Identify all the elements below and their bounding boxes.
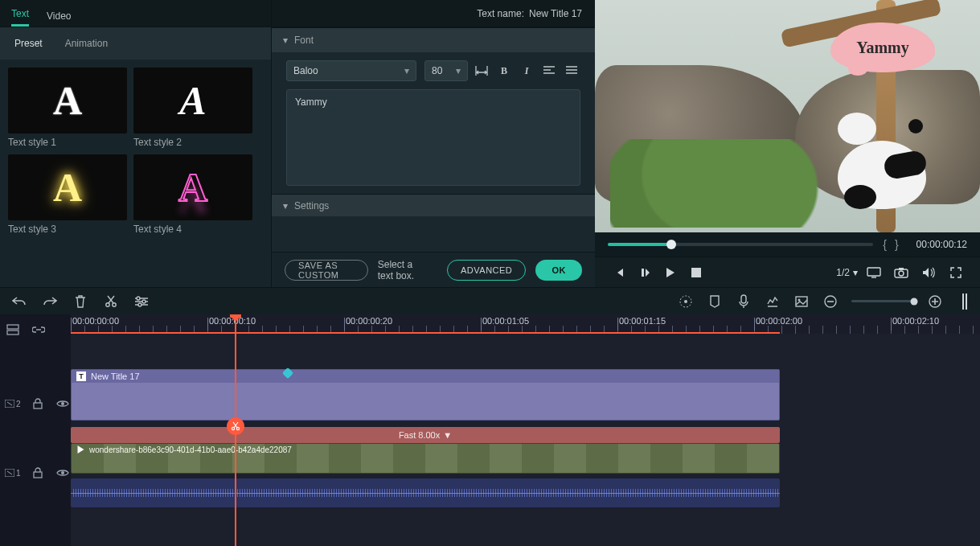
record-voiceover-icon[interactable] <box>736 294 752 310</box>
lock-track-icon[interactable] <box>31 465 46 481</box>
adjust-icon[interactable] <box>133 294 150 310</box>
manage-tracks-icon[interactable] <box>5 322 21 338</box>
settings-section-header[interactable]: ▾ Settings <box>272 194 595 216</box>
play-pause-button[interactable] <box>634 261 656 284</box>
prev-frame-button[interactable] <box>608 261 630 284</box>
crop-icon[interactable] <box>793 294 810 310</box>
tab-video[interactable]: Video <box>47 10 71 27</box>
preview-scrub-row: {} 00:00:00:12 <box>595 232 980 257</box>
title-clip[interactable]: TNew Title 17 <box>71 369 780 421</box>
subtab-preset[interactable]: Preset <box>14 38 43 49</box>
subtab-animation[interactable]: Animation <box>65 38 108 49</box>
timeline: 2 1 00:00:00:0000:00:00:1000:00:00:2000:… <box>0 314 980 546</box>
zoom-in-button[interactable] <box>927 294 943 310</box>
font-size-select[interactable]: 80 ▾ <box>424 60 468 81</box>
preset-label: Text style 3 <box>8 224 127 235</box>
svg-rect-12 <box>741 295 746 303</box>
preview-zoom-select[interactable]: 1/2 ▾ <box>836 267 858 278</box>
svg-rect-1 <box>867 268 880 276</box>
font-family-select[interactable]: Baloo ▾ <box>286 60 416 81</box>
mark-out-icon[interactable]: } <box>895 238 907 251</box>
preview-canvas[interactable]: Yammy <box>595 0 980 232</box>
preset-label: Text style 4 <box>133 224 252 235</box>
ruler-label: 00:00:02:00 <box>756 316 802 326</box>
preset-grid: A Text style 1 A Text style 2 A Text sty… <box>0 60 271 287</box>
mark-in-icon[interactable]: { <box>883 238 895 251</box>
preview-scene: Yammy <box>595 0 980 232</box>
track-label-2: 2 <box>5 400 21 408</box>
svg-point-14 <box>798 298 801 301</box>
letter-spacing-icon[interactable] <box>473 62 490 80</box>
preset-item[interactable]: A Text style 4 <box>133 154 252 235</box>
zoom-out-button[interactable] <box>822 294 839 310</box>
preset-item[interactable]: A Text style 2 <box>133 68 252 148</box>
preview-zoom-value: 1/2 <box>836 267 850 278</box>
bold-button[interactable]: B <box>495 62 513 80</box>
play-icon <box>76 445 84 454</box>
svg-point-7 <box>137 297 140 300</box>
text-name-label: Text name: <box>477 8 524 19</box>
font-size-value: 80 <box>432 65 442 76</box>
display-icon[interactable] <box>863 261 885 284</box>
chevron-down-icon: ▾ <box>404 65 409 76</box>
svg-rect-20 <box>34 403 42 408</box>
scrub-slider[interactable] <box>608 243 873 246</box>
marker-icon[interactable] <box>707 294 723 310</box>
fullscreen-icon[interactable] <box>945 261 967 284</box>
undo-button[interactable] <box>11 294 27 310</box>
chevron-down-icon: ▾ <box>456 65 461 76</box>
ruler-label: 00:00:00:00 <box>72 316 119 326</box>
text-name-row: Text name: New Title 17 <box>272 0 595 27</box>
svg-rect-4 <box>899 268 904 270</box>
video-clip-name: wondershare-b86e3c90-401d-41b0-aae0-b42a… <box>89 445 292 454</box>
speed-clip-label: Fast 8.00x <box>399 430 440 440</box>
toggle-track-visibility-icon[interactable] <box>55 465 71 481</box>
preview-timecode: 00:00:00:12 <box>916 239 967 250</box>
link-icon[interactable] <box>31 322 47 338</box>
video-clip[interactable]: wondershare-b86e3c90-401d-41b0-aae0-b42a… <box>71 443 780 474</box>
svg-point-6 <box>113 302 116 306</box>
volume-icon[interactable] <box>917 261 940 284</box>
font-section-title: Font <box>294 35 314 46</box>
play-button[interactable] <box>659 261 682 284</box>
scissors-icon[interactable] <box>227 417 244 435</box>
timeline-ruler[interactable]: 00:00:00:0000:00:00:1000:00:00:2000:00:0… <box>71 314 980 334</box>
redo-button[interactable] <box>42 294 58 310</box>
text-content-input[interactable]: Yammy <box>286 89 580 186</box>
snapshot-icon[interactable] <box>890 261 912 284</box>
preset-item[interactable]: A Text style 1 <box>8 68 127 148</box>
playhead[interactable] <box>235 314 236 546</box>
split-button[interactable] <box>103 294 119 310</box>
render-bar <box>71 332 780 334</box>
advanced-button[interactable]: ADVANCED <box>447 260 526 281</box>
audio-clip[interactable] <box>71 478 780 507</box>
speed-clip[interactable]: Fast 8.00x▼ <box>71 427 780 443</box>
font-section-header[interactable]: ▾ Font <box>272 28 595 52</box>
delete-button[interactable] <box>72 294 88 310</box>
preview-controls: 1/2 ▾ <box>595 257 980 287</box>
toggle-track-visibility-icon[interactable] <box>55 396 71 412</box>
track-gutter: 2 1 <box>0 314 71 546</box>
bubble-text: Yammy <box>856 39 909 57</box>
speech-bubble[interactable]: Yammy <box>830 23 935 72</box>
save-as-custom-button[interactable]: SAVE AS CUSTOM <box>285 260 368 281</box>
zoom-to-fit-icon[interactable] <box>962 294 969 310</box>
stop-button[interactable] <box>685 261 707 284</box>
align-left-icon[interactable] <box>540 62 558 80</box>
sub-tabs: Preset Animation <box>0 27 271 60</box>
zoom-slider[interactable] <box>851 300 914 302</box>
tab-text[interactable]: Text <box>11 8 29 27</box>
track-label-1: 1 <box>5 469 21 478</box>
italic-button[interactable]: I <box>518 62 535 80</box>
chevron-down-icon: ▾ <box>283 200 288 211</box>
lock-track-icon[interactable] <box>31 396 46 412</box>
render-icon[interactable] <box>678 294 694 310</box>
timeline-lanes[interactable]: 00:00:00:0000:00:00:1000:00:00:2000:00:0… <box>71 314 980 546</box>
ok-button[interactable]: OK <box>535 260 582 281</box>
preset-item[interactable]: A Text style 3 <box>8 154 127 235</box>
font-family-value: Baloo <box>293 65 318 76</box>
align-justify-icon[interactable] <box>563 62 580 80</box>
top-tabs: Text Video <box>0 0 271 27</box>
mixer-icon[interactable] <box>765 294 781 310</box>
svg-point-5 <box>106 302 109 306</box>
